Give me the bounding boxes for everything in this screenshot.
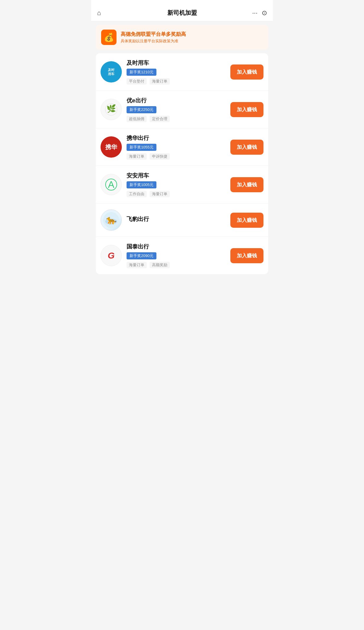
platform-tag: 工作自由 bbox=[127, 191, 147, 197]
platform-tag: 超低抽佣 bbox=[127, 116, 147, 122]
platform-name-feibao: 飞豹出行 bbox=[127, 215, 226, 223]
page-title: 新司机加盟 bbox=[167, 9, 197, 17]
more-icon[interactable]: ··· bbox=[252, 9, 258, 17]
platform-tag: 申诉快捷 bbox=[150, 153, 170, 160]
scan-icon[interactable]: ⊙ bbox=[262, 9, 267, 17]
list-item: 及时用车及时用车新手奖1210元平台垫付海量订单加入赚钱 bbox=[96, 53, 268, 91]
platform-name-xiehua: 携华出行 bbox=[127, 134, 226, 142]
join-button-jishi[interactable]: 加入赚钱 bbox=[230, 64, 263, 80]
platform-tag: 海量订单 bbox=[127, 153, 147, 160]
logo-feibao: 🐆 bbox=[101, 209, 122, 231]
logo-xiehua: 携华 bbox=[101, 136, 122, 158]
platform-tag: 海量订单 bbox=[150, 191, 170, 197]
svg-text:🌿: 🌿 bbox=[106, 104, 116, 113]
platform-badge-jishi: 新手奖1210元 bbox=[127, 69, 156, 76]
platform-tag: 海量订单 bbox=[127, 262, 147, 268]
home-icon[interactable]: ⌂ bbox=[97, 9, 101, 17]
join-button-feibao[interactable]: 加入赚钱 bbox=[230, 213, 263, 228]
join-button-anan[interactable]: 加入赚钱 bbox=[230, 177, 263, 192]
platform-name-youe: 优e出行 bbox=[127, 97, 226, 104]
platform-name-anan: 安安用车 bbox=[127, 172, 226, 180]
banner-icon: 💰 bbox=[101, 30, 117, 45]
join-button-guotai[interactable]: 加入赚钱 bbox=[230, 248, 263, 263]
logo-youe: 🌿 bbox=[101, 99, 122, 120]
logo-jishi: 及时用车 bbox=[101, 61, 122, 83]
logo-guotai: G bbox=[101, 245, 122, 266]
svg-text:🐆: 🐆 bbox=[106, 215, 116, 225]
platform-name-guotai: 国泰出行 bbox=[127, 243, 226, 251]
platform-tag: 海量订单 bbox=[150, 78, 170, 85]
platform-name-jishi: 及时用车 bbox=[127, 59, 226, 67]
list-item: G国泰出行新手奖2090元海量订单高额奖励加入赚钱 bbox=[96, 237, 268, 274]
list-item: 🐆飞豹出行加入赚钱 bbox=[96, 203, 268, 237]
platform-list: 及时用车及时用车新手奖1210元平台垫付海量订单加入赚钱🌿优e出行新手奖2250… bbox=[96, 53, 268, 274]
list-item: A安安用车新手奖1005元工作自由海量订单加入赚钱 bbox=[96, 166, 268, 203]
platform-badge-youe: 新手奖2250元 bbox=[127, 106, 156, 113]
logo-anan: A bbox=[101, 174, 122, 195]
list-item: 🌿优e出行新手奖2250元超低抽佣定价合理加入赚钱 bbox=[96, 91, 268, 128]
platform-tag: 定价合理 bbox=[150, 116, 170, 122]
promo-banner[interactable]: 💰 高德免佣联盟平台单多奖励高 具体奖励以注册平台实际政策为准 bbox=[96, 25, 268, 50]
list-item: 携华携华出行新手奖1055元海量订单申诉快捷加入赚钱 bbox=[96, 128, 268, 166]
banner-title: 高德免佣联盟平台单多奖励高 bbox=[121, 31, 186, 38]
platform-tag: 高额奖励 bbox=[150, 262, 170, 268]
banner-subtitle: 具体奖励以注册平台实际政策为准 bbox=[121, 38, 186, 44]
nav-bar: ⌂ 新司机加盟 ··· ⊙ bbox=[91, 6, 273, 21]
join-button-xiehua[interactable]: 加入赚钱 bbox=[230, 140, 263, 155]
platform-badge-anan: 新手奖1005元 bbox=[127, 181, 156, 188]
join-button-youe[interactable]: 加入赚钱 bbox=[230, 102, 263, 117]
platform-badge-guotai: 新手奖2090元 bbox=[127, 252, 156, 259]
platform-tag: 平台垫付 bbox=[127, 78, 147, 85]
platform-badge-xiehua: 新手奖1055元 bbox=[127, 144, 156, 151]
